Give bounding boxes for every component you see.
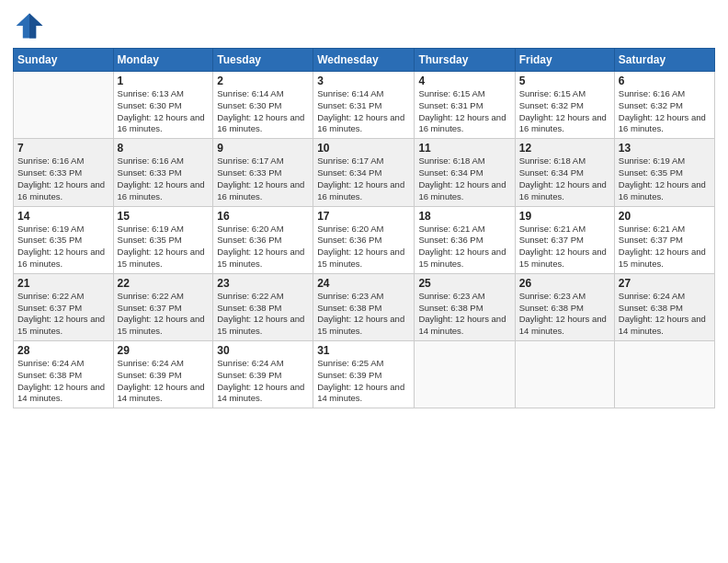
day-number: 3 xyxy=(317,75,410,87)
day-detail: Sunrise: 6:22 AMSunset: 6:38 PMDaylight:… xyxy=(217,291,309,338)
day-number: 12 xyxy=(519,142,610,155)
calendar-cell: 1Sunrise: 6:13 AMSunset: 6:30 PMDaylight… xyxy=(113,72,213,139)
calendar-cell xyxy=(14,72,114,139)
day-number: 15 xyxy=(118,210,210,223)
day-number: 27 xyxy=(619,277,711,290)
day-number: 29 xyxy=(118,344,210,357)
calendar-cell: 10Sunrise: 6:17 AMSunset: 6:34 PMDayligh… xyxy=(313,139,415,206)
logo-icon xyxy=(13,9,46,42)
calendar-cell: 26Sunrise: 6:23 AMSunset: 6:38 PMDayligh… xyxy=(515,273,614,340)
calendar-cell: 27Sunrise: 6:24 AMSunset: 6:38 PMDayligh… xyxy=(614,273,714,340)
calendar-cell: 29Sunrise: 6:24 AMSunset: 6:39 PMDayligh… xyxy=(113,341,213,408)
day-number: 14 xyxy=(17,210,109,223)
day-detail: Sunrise: 6:14 AMSunset: 6:31 PMDaylight:… xyxy=(317,88,410,135)
calendar-cell: 11Sunrise: 6:18 AMSunset: 6:34 PMDayligh… xyxy=(415,139,515,206)
calendar-cell: 25Sunrise: 6:23 AMSunset: 6:38 PMDayligh… xyxy=(415,273,515,340)
calendar-table: SundayMondayTuesdayWednesdayThursdayFrid… xyxy=(13,48,715,408)
weekday-header-sunday: Sunday xyxy=(14,49,114,72)
day-detail: Sunrise: 6:24 AMSunset: 6:38 PMDaylight:… xyxy=(619,291,711,338)
calendar-cell: 18Sunrise: 6:21 AMSunset: 6:36 PMDayligh… xyxy=(415,206,515,273)
day-detail: Sunrise: 6:23 AMSunset: 6:38 PMDaylight:… xyxy=(519,291,610,338)
header xyxy=(13,9,715,42)
svg-marker-1 xyxy=(29,14,42,39)
day-number: 23 xyxy=(217,277,309,290)
calendar-week-row: 14Sunrise: 6:19 AMSunset: 6:35 PMDayligh… xyxy=(14,206,715,273)
calendar-cell: 7Sunrise: 6:16 AMSunset: 6:33 PMDaylight… xyxy=(14,139,114,206)
day-detail: Sunrise: 6:16 AMSunset: 6:33 PMDaylight:… xyxy=(118,155,210,202)
calendar-cell: 13Sunrise: 6:19 AMSunset: 6:35 PMDayligh… xyxy=(614,139,714,206)
day-detail: Sunrise: 6:19 AMSunset: 6:35 PMDaylight:… xyxy=(118,224,210,270)
day-number: 30 xyxy=(217,344,309,357)
calendar-cell xyxy=(614,341,714,408)
calendar-cell: 21Sunrise: 6:22 AMSunset: 6:37 PMDayligh… xyxy=(14,273,114,340)
day-number: 6 xyxy=(619,75,711,87)
calendar-cell: 20Sunrise: 6:21 AMSunset: 6:37 PMDayligh… xyxy=(614,206,714,273)
day-detail: Sunrise: 6:24 AMSunset: 6:39 PMDaylight:… xyxy=(217,358,309,405)
day-number: 4 xyxy=(418,75,510,87)
day-detail: Sunrise: 6:24 AMSunset: 6:38 PMDaylight:… xyxy=(17,358,109,405)
day-detail: Sunrise: 6:18 AMSunset: 6:34 PMDaylight:… xyxy=(519,155,610,202)
day-number: 26 xyxy=(519,277,610,290)
calendar-week-row: 7Sunrise: 6:16 AMSunset: 6:33 PMDaylight… xyxy=(14,139,715,206)
day-detail: Sunrise: 6:20 AMSunset: 6:36 PMDaylight:… xyxy=(217,224,309,270)
page: SundayMondayTuesdayWednesdayThursdayFrid… xyxy=(0,0,728,563)
day-number: 5 xyxy=(519,75,610,87)
calendar-cell: 3Sunrise: 6:14 AMSunset: 6:31 PMDaylight… xyxy=(313,72,415,139)
calendar-cell: 4Sunrise: 6:15 AMSunset: 6:31 PMDaylight… xyxy=(415,72,515,139)
day-number: 13 xyxy=(619,142,711,155)
logo xyxy=(13,9,50,42)
day-detail: Sunrise: 6:13 AMSunset: 6:30 PMDaylight:… xyxy=(118,88,210,135)
calendar-cell: 5Sunrise: 6:15 AMSunset: 6:32 PMDaylight… xyxy=(515,72,614,139)
day-detail: Sunrise: 6:17 AMSunset: 6:34 PMDaylight:… xyxy=(317,155,410,202)
day-detail: Sunrise: 6:23 AMSunset: 6:38 PMDaylight:… xyxy=(418,291,510,338)
day-detail: Sunrise: 6:17 AMSunset: 6:33 PMDaylight:… xyxy=(217,155,309,202)
weekday-header-monday: Monday xyxy=(113,49,213,72)
calendar-cell xyxy=(515,341,614,408)
day-detail: Sunrise: 6:21 AMSunset: 6:37 PMDaylight:… xyxy=(619,224,711,270)
calendar-cell: 28Sunrise: 6:24 AMSunset: 6:38 PMDayligh… xyxy=(14,341,114,408)
day-detail: Sunrise: 6:21 AMSunset: 6:37 PMDaylight:… xyxy=(519,224,610,270)
day-number: 7 xyxy=(17,142,109,155)
day-number: 28 xyxy=(17,344,109,357)
weekday-header-saturday: Saturday xyxy=(614,49,714,72)
day-number: 22 xyxy=(118,277,210,290)
day-number: 9 xyxy=(217,142,309,155)
calendar-cell: 31Sunrise: 6:25 AMSunset: 6:39 PMDayligh… xyxy=(313,341,415,408)
calendar-cell: 2Sunrise: 6:14 AMSunset: 6:30 PMDaylight… xyxy=(213,72,313,139)
day-number: 20 xyxy=(619,210,711,223)
day-number: 21 xyxy=(17,277,109,290)
day-detail: Sunrise: 6:19 AMSunset: 6:35 PMDaylight:… xyxy=(619,155,711,202)
calendar-cell: 16Sunrise: 6:20 AMSunset: 6:36 PMDayligh… xyxy=(213,206,313,273)
day-detail: Sunrise: 6:15 AMSunset: 6:32 PMDaylight:… xyxy=(519,88,610,135)
calendar-cell: 14Sunrise: 6:19 AMSunset: 6:35 PMDayligh… xyxy=(14,206,114,273)
day-number: 8 xyxy=(118,142,210,155)
calendar-cell: 12Sunrise: 6:18 AMSunset: 6:34 PMDayligh… xyxy=(515,139,614,206)
day-detail: Sunrise: 6:25 AMSunset: 6:39 PMDaylight:… xyxy=(317,358,410,405)
day-number: 25 xyxy=(418,277,510,290)
calendar-cell: 24Sunrise: 6:23 AMSunset: 6:38 PMDayligh… xyxy=(313,273,415,340)
day-detail: Sunrise: 6:24 AMSunset: 6:39 PMDaylight:… xyxy=(118,358,210,405)
calendar-cell: 9Sunrise: 6:17 AMSunset: 6:33 PMDaylight… xyxy=(213,139,313,206)
day-number: 11 xyxy=(418,142,510,155)
calendar-week-row: 21Sunrise: 6:22 AMSunset: 6:37 PMDayligh… xyxy=(14,273,715,340)
calendar-cell: 15Sunrise: 6:19 AMSunset: 6:35 PMDayligh… xyxy=(113,206,213,273)
day-detail: Sunrise: 6:20 AMSunset: 6:36 PMDaylight:… xyxy=(317,224,410,270)
calendar-cell: 8Sunrise: 6:16 AMSunset: 6:33 PMDaylight… xyxy=(113,139,213,206)
day-number: 16 xyxy=(217,210,309,223)
day-detail: Sunrise: 6:16 AMSunset: 6:32 PMDaylight:… xyxy=(619,88,711,135)
day-detail: Sunrise: 6:16 AMSunset: 6:33 PMDaylight:… xyxy=(17,155,109,202)
day-detail: Sunrise: 6:19 AMSunset: 6:35 PMDaylight:… xyxy=(17,224,109,270)
weekday-header-thursday: Thursday xyxy=(415,49,515,72)
calendar-cell: 22Sunrise: 6:22 AMSunset: 6:37 PMDayligh… xyxy=(113,273,213,340)
calendar-cell: 17Sunrise: 6:20 AMSunset: 6:36 PMDayligh… xyxy=(313,206,415,273)
calendar-week-row: 1Sunrise: 6:13 AMSunset: 6:30 PMDaylight… xyxy=(14,72,715,139)
weekday-header-row: SundayMondayTuesdayWednesdayThursdayFrid… xyxy=(14,49,715,72)
calendar-week-row: 28Sunrise: 6:24 AMSunset: 6:38 PMDayligh… xyxy=(14,341,715,408)
day-detail: Sunrise: 6:18 AMSunset: 6:34 PMDaylight:… xyxy=(418,155,510,202)
calendar-cell: 19Sunrise: 6:21 AMSunset: 6:37 PMDayligh… xyxy=(515,206,614,273)
day-detail: Sunrise: 6:22 AMSunset: 6:37 PMDaylight:… xyxy=(118,291,210,338)
calendar-cell xyxy=(415,341,515,408)
day-number: 10 xyxy=(317,142,410,155)
calendar-cell: 6Sunrise: 6:16 AMSunset: 6:32 PMDaylight… xyxy=(614,72,714,139)
day-detail: Sunrise: 6:23 AMSunset: 6:38 PMDaylight:… xyxy=(317,291,410,338)
